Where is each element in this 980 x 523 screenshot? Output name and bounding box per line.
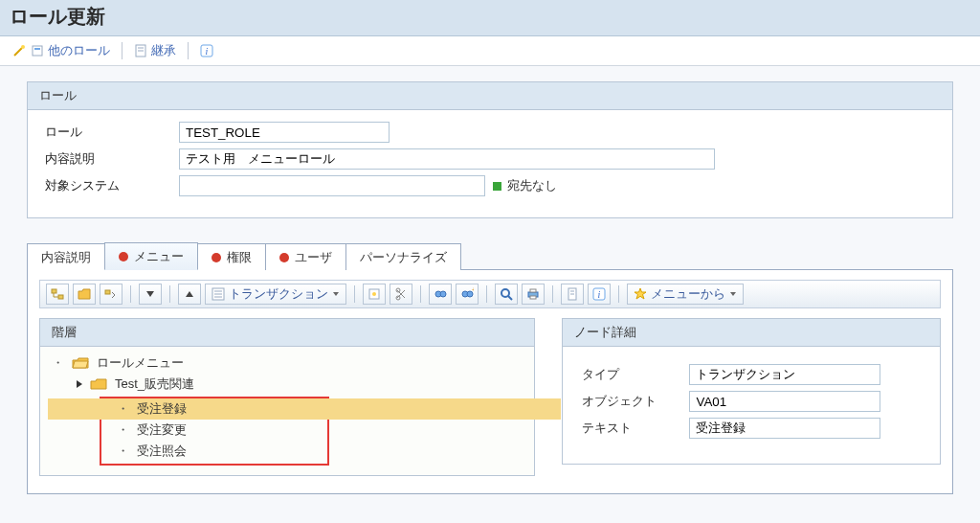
folder-closed-icon bbox=[90, 377, 107, 391]
role-icon bbox=[31, 44, 44, 57]
svg-rect-8 bbox=[52, 289, 56, 293]
tree-item[interactable]: ・受注変更 bbox=[48, 420, 327, 441]
page-header: ロール更新 bbox=[0, 0, 980, 36]
collapse-button[interactable] bbox=[100, 284, 122, 305]
separator bbox=[122, 42, 122, 59]
folder-open-icon bbox=[72, 356, 89, 370]
tab-menu[interactable]: メニュー bbox=[104, 242, 198, 270]
transaction-button[interactable]: トランザクション bbox=[205, 284, 346, 305]
status-dot-icon bbox=[279, 253, 289, 262]
dropdown-button[interactable] bbox=[139, 284, 162, 305]
text-label: テキスト bbox=[582, 420, 689, 437]
svg-text:+: + bbox=[472, 287, 474, 293]
favorite-button[interactable] bbox=[363, 284, 386, 305]
tree-sub[interactable]: Test_販売関連 bbox=[46, 374, 528, 395]
magnifier-icon bbox=[500, 287, 513, 301]
inherit-button[interactable]: 継承 bbox=[134, 42, 176, 59]
tree-item-label: 受注照会 bbox=[137, 443, 187, 460]
svg-rect-1 bbox=[33, 46, 42, 56]
node-detail-panel: ノード詳細 タイプ オブジェクト テキスト bbox=[562, 318, 941, 465]
svg-line-25 bbox=[508, 296, 512, 300]
svg-rect-2 bbox=[34, 48, 40, 50]
up-button[interactable] bbox=[178, 284, 201, 305]
tab-container: 内容説明 メニュー 権限 ユーザ パーソナライズ トランザクション bbox=[27, 241, 953, 494]
inherit-label: 継承 bbox=[151, 42, 176, 59]
svg-rect-28 bbox=[530, 296, 536, 299]
svg-text:i: i bbox=[206, 46, 209, 57]
svg-point-20 bbox=[440, 291, 446, 297]
chevron-up-icon bbox=[185, 289, 194, 299]
system-status-text: 宛先なし bbox=[507, 177, 557, 194]
role-group-title: ロール bbox=[28, 82, 952, 110]
document-icon bbox=[566, 287, 579, 301]
status-square-icon bbox=[493, 182, 501, 191]
tree-item-selected[interactable]: ・受注登録 bbox=[48, 398, 561, 420]
other-role-button[interactable]: 他のロール bbox=[11, 42, 110, 59]
find-next-button[interactable]: + bbox=[456, 284, 479, 305]
hierarchy-expand-button[interactable] bbox=[46, 284, 69, 305]
menu-toolbar: トランザクション + i メニューから bbox=[39, 280, 941, 308]
tree-item-label: 受注変更 bbox=[137, 421, 187, 439]
node-detail-title: ノード詳細 bbox=[563, 319, 940, 347]
favorite-icon bbox=[368, 287, 381, 301]
svg-text:i: i bbox=[598, 289, 601, 300]
transaction-label: トランザクション bbox=[229, 285, 328, 303]
collapse-icon bbox=[104, 287, 118, 301]
chevron-down-icon bbox=[729, 290, 737, 298]
tab-desc[interactable]: 内容説明 bbox=[27, 243, 105, 270]
system-input[interactable] bbox=[179, 175, 485, 196]
menu-from-button[interactable]: メニューから bbox=[627, 284, 744, 305]
info-button-2[interactable]: i bbox=[588, 284, 611, 305]
svg-rect-10 bbox=[105, 290, 110, 294]
tab-personalize[interactable]: パーソナライズ bbox=[345, 243, 461, 270]
tree-root-label: ロールメニュー bbox=[97, 354, 184, 372]
text-field[interactable] bbox=[689, 418, 880, 439]
document-icon bbox=[134, 44, 147, 57]
tab-auth[interactable]: 権限 bbox=[197, 243, 266, 270]
role-groupbox: ロール ロール 内容説明 対象システム 宛先なし bbox=[27, 81, 953, 218]
system-label: 対象システム bbox=[45, 177, 179, 194]
chevron-down-icon bbox=[145, 289, 155, 299]
tree-item-label: 受注登録 bbox=[137, 400, 187, 418]
svg-point-0 bbox=[21, 45, 25, 49]
scissors-icon bbox=[394, 287, 408, 301]
tree-sub-label: Test_販売関連 bbox=[115, 375, 194, 393]
object-field[interactable] bbox=[689, 391, 880, 412]
folder-icon bbox=[78, 287, 91, 301]
info-button[interactable]: i bbox=[200, 44, 213, 57]
chevron-down-icon bbox=[332, 290, 340, 298]
where-used-button[interactable] bbox=[495, 284, 518, 305]
binoculars-icon bbox=[434, 287, 447, 301]
print-button[interactable] bbox=[522, 284, 545, 305]
desc-input[interactable] bbox=[179, 148, 715, 170]
status-dot-icon bbox=[119, 252, 128, 262]
type-label: タイプ bbox=[582, 366, 689, 383]
folder-button[interactable] bbox=[73, 284, 96, 305]
info-icon: i bbox=[200, 44, 213, 57]
cut-button[interactable] bbox=[390, 284, 412, 305]
page-title: ロール更新 bbox=[10, 4, 970, 30]
tree-item[interactable]: ・受注照会 bbox=[48, 441, 327, 462]
binoculars-plus-icon: + bbox=[460, 287, 474, 301]
main-toolbar: 他のロール 継承 i bbox=[0, 36, 980, 66]
svg-point-24 bbox=[501, 289, 509, 297]
menu-from-label: メニューから bbox=[651, 285, 725, 303]
svg-rect-9 bbox=[58, 295, 63, 299]
type-field[interactable] bbox=[689, 364, 880, 385]
tab-user[interactable]: ユーザ bbox=[265, 243, 346, 270]
hierarchy-title: 階層 bbox=[40, 319, 534, 347]
wand-icon bbox=[11, 43, 27, 58]
role-input[interactable] bbox=[179, 122, 390, 143]
tree-root[interactable]: ・ ロールメニュー bbox=[46, 352, 528, 374]
printer-icon bbox=[526, 287, 540, 301]
star-icon bbox=[634, 287, 647, 301]
doc-button[interactable] bbox=[561, 284, 584, 305]
other-role-label: 他のロール bbox=[48, 42, 110, 59]
separator bbox=[188, 42, 189, 59]
object-label: オブジェクト bbox=[582, 393, 689, 410]
find-button[interactable] bbox=[429, 284, 452, 305]
status-dot-icon bbox=[212, 253, 221, 262]
highlighted-items-box: ・受注登録 ・受注変更 ・受注照会 bbox=[100, 397, 329, 466]
svg-rect-27 bbox=[530, 289, 536, 292]
role-label: ロール bbox=[45, 124, 179, 141]
